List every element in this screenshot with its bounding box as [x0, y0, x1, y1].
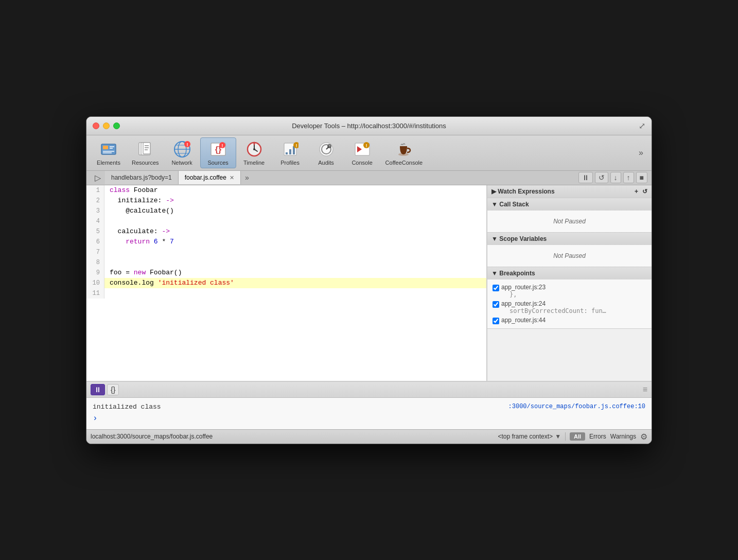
tab-more-icon[interactable]: » [241, 171, 253, 184]
breakpoint-item-1: app_router.js:23 }, [490, 283, 648, 299]
console-area: ⏸ {} ≡ initialized class :3000/source_ma… [86, 381, 652, 429]
breakpoints-title: ▼ Breakpoints [491, 270, 535, 277]
console-lines: initialized class :3000/source_maps/foob… [86, 398, 652, 429]
line-content-11 [104, 288, 114, 299]
call-stack-section: ▼ Call Stack Not Paused [487, 198, 652, 233]
console-toolbar: ⏸ {} ≡ [86, 382, 652, 398]
console-input[interactable] [101, 414, 645, 422]
toolbar-item-network[interactable]: ! Network [164, 138, 200, 168]
scope-variables-header[interactable]: ▼ Scope Variables [487, 233, 652, 245]
scope-variables-status: Not Paused [490, 248, 648, 264]
line-num-7: 7 [86, 247, 104, 257]
step-out-button[interactable]: ↑ [623, 172, 634, 183]
line-content-5: calculate: -> [104, 226, 170, 237]
breakpoint-1-code: }, [501, 291, 546, 298]
timeline-icon [245, 140, 263, 159]
console-prompt: › [93, 412, 645, 425]
console-output-text: initialized class [93, 403, 161, 411]
code-line-8: 8 [86, 257, 486, 268]
breakpoint-2-checkbox[interactable] [493, 301, 499, 308]
elements-icon [99, 140, 118, 159]
line-num-3: 3 [86, 206, 104, 216]
code-line-7: 7 [86, 247, 486, 257]
status-path: localhost:3000/source_maps/foobar.js.cof… [91, 433, 494, 440]
breakpoint-item-2: app_router.js:24 sortByCorrectedCount: f… [490, 299, 648, 316]
filter-errors-label[interactable]: Errors [589, 433, 606, 440]
console-output-source[interactable]: :3000/source_maps/foobar.js.coffee:10 [508, 403, 645, 411]
close-button[interactable] [93, 122, 99, 129]
watch-expressions-header[interactable]: ▶ Watch Expressions + ↺ [487, 185, 652, 198]
resume-button[interactable]: ⏸ [578, 172, 593, 183]
breakpoint-3-checkbox[interactable] [493, 318, 499, 324]
pretty-print-button[interactable]: {} [107, 384, 119, 395]
line-num-8: 8 [86, 257, 104, 268]
step-over-button[interactable]: ↺ [595, 172, 608, 183]
minimize-button[interactable] [103, 122, 110, 129]
step-into-button[interactable]: ↓ [610, 172, 621, 183]
traffic-lights [93, 122, 120, 129]
toolbar-item-profiles[interactable]: ! Profiles [272, 138, 308, 168]
breakpoint-1-checkbox[interactable] [493, 285, 499, 291]
toolbar-item-resources[interactable]: Resources [127, 138, 164, 168]
watch-expressions-actions: + ↺ [635, 188, 647, 195]
network-label: Network [171, 160, 192, 166]
code-line-1: 1 class Foobar [86, 185, 486, 196]
sources-label: Sources [207, 160, 228, 166]
scope-variables-content: Not Paused [487, 245, 652, 267]
watch-expressions-section: ▶ Watch Expressions + ↺ [487, 185, 652, 198]
status-bar: localhost:3000/source_maps/foobar.js.cof… [86, 429, 652, 444]
watch-refresh-icon[interactable]: ↺ [642, 188, 647, 195]
code-editor[interactable]: 1 class Foobar 2 initialize: -> 3 @calcu… [86, 185, 487, 381]
expand-icon[interactable]: ⤢ [639, 121, 645, 131]
tab-handlebars-label: handlebars.js?body=1 [111, 174, 172, 181]
breakpoint-1-file: app_router.js:23 [501, 284, 546, 291]
code-line-9: 9 foo = new Foobar() [86, 268, 486, 278]
sources-icon: {} ! [209, 140, 227, 159]
toolbar-item-audits[interactable]: Audits [308, 138, 344, 168]
status-context: <top frame context> ▼ [498, 433, 561, 440]
watch-add-icon[interactable]: + [635, 188, 638, 195]
call-stack-header[interactable]: ▼ Call Stack [487, 198, 652, 211]
scope-variables-section: ▼ Scope Variables Not Paused [487, 233, 652, 267]
breakpoint-3-file: app_router.js:44 [501, 317, 546, 324]
tab-foobar[interactable]: foobar.js.coffee ✕ [179, 171, 241, 184]
line-content-10: console.log 'initialized class' [104, 278, 234, 288]
breakpoint-item-3: app_router.js:44 [490, 316, 648, 325]
breakpoint-2-file: app_router.js:24 [501, 300, 606, 307]
maximize-button[interactable] [113, 122, 120, 129]
filter-warnings-label[interactable]: Warnings [610, 433, 636, 440]
breakpoints-content: app_router.js:23 }, app_router.js:24 sor… [487, 279, 652, 328]
tab-handlebars[interactable]: handlebars.js?body=1 [105, 171, 179, 184]
line-num-10: 10 [86, 278, 104, 288]
call-stack-title: ▼ Call Stack [491, 201, 529, 208]
breakpoints-header[interactable]: ▼ Breakpoints [487, 267, 652, 279]
svg-text:!: ! [221, 143, 223, 148]
line-content-6: return 6 * 7 [104, 237, 174, 247]
drawer-toggle[interactable]: ▷ [91, 171, 105, 185]
toolbar: Elements Resources [86, 135, 652, 171]
filter-all-button[interactable]: All [570, 432, 585, 441]
svg-point-26 [253, 148, 255, 150]
coffeeconsole-label: CoffeeConsole [385, 160, 423, 166]
toolbar-item-coffeeconsole[interactable]: CoffeeConsole [380, 138, 428, 168]
pause-button[interactable]: ⏸ [91, 384, 105, 395]
status-divider-1 [565, 432, 566, 441]
line-content-4 [104, 216, 114, 226]
toolbar-item-elements[interactable]: Elements [91, 138, 127, 168]
toolbar-item-console[interactable]: ! Console [344, 138, 380, 168]
svg-rect-1 [103, 146, 108, 149]
toolbar-more-icon[interactable]: » [635, 146, 647, 160]
tab-close-icon[interactable]: ✕ [230, 174, 234, 181]
line-content-7 [104, 247, 114, 257]
console-chevron-icon: › [93, 414, 98, 423]
console-toolbar-lines-icon: ≡ [643, 385, 647, 394]
toolbar-item-sources[interactable]: {} ! Sources [200, 137, 236, 168]
window-title: Developer Tools – http://localhost:3000/… [292, 122, 446, 130]
code-line-11: 11 [86, 288, 486, 299]
deactivate-button[interactable]: ■ [636, 172, 647, 183]
toolbar-item-timeline[interactable]: Timeline [236, 138, 272, 168]
gear-icon[interactable]: ⚙ [640, 432, 647, 442]
context-selector[interactable]: <top frame context> [498, 433, 553, 440]
breakpoint-2-code: sortByCorrectedCount: fun… [501, 307, 606, 314]
line-content-2: initialize: -> [104, 196, 174, 206]
